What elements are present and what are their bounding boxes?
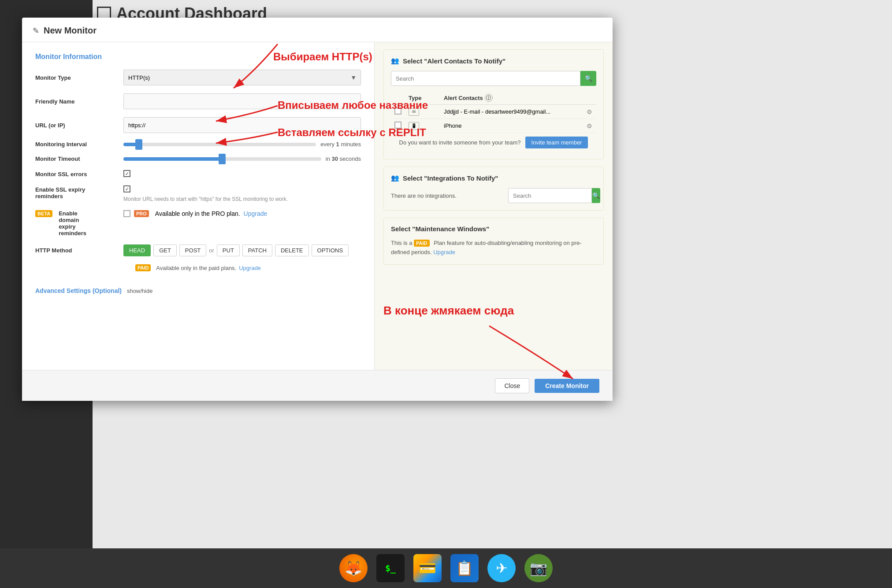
- contact-type-icon-2: 📱: [409, 122, 419, 130]
- ssl-errors-label: Monitor SSL errors: [35, 170, 123, 178]
- maintenance-title: Select "Maintenance Windows": [391, 225, 596, 233]
- modal: ✎ New Monitor Monitor Information Monito…: [22, 18, 613, 401]
- create-monitor-button[interactable]: Create Monitor: [535, 379, 599, 393]
- modal-header: ✎ New Monitor: [22, 18, 613, 42]
- modal-body: Monitor Information Monitor Type HTTP(s)…: [22, 42, 613, 370]
- no-integrations-container: There are no integrations. 🔍: [391, 188, 596, 203]
- domain-expiry-checkbox[interactable]: [123, 210, 130, 217]
- close-button[interactable]: Close: [495, 378, 529, 393]
- advanced-settings-title: Advanced Settings (Optional): [35, 287, 122, 294]
- ssl-errors-checkbox[interactable]: [123, 170, 130, 177]
- maintenance-description: This is a PAID Plan feature for auto-dis…: [391, 239, 596, 257]
- ssl-expiry-checkbox[interactable]: [123, 185, 130, 192]
- advanced-settings-section: Advanced Settings (Optional) show/hide: [35, 280, 361, 294]
- monitor-timeout-label: Monitor Timeout: [35, 155, 123, 162]
- table-row: ✉ Jddjjd - E-mail - desartweer9499@gmail…: [391, 105, 596, 119]
- integrations-search-input[interactable]: [508, 188, 592, 203]
- contact-name-1: Jddjjd - E-mail - desartweer9499@gmail..…: [440, 105, 583, 119]
- contact-name-2: iPhone: [440, 119, 583, 133]
- monitoring-interval-value-label: every 1 minutes: [320, 141, 361, 148]
- col-type-header: Type: [405, 91, 440, 105]
- contact-checkbox-1[interactable]: [394, 107, 401, 115]
- monitor-timeout-fill: [123, 157, 222, 161]
- taskbar-terminal-icon[interactable]: $_: [376, 554, 405, 582]
- maintenance-upgrade-link[interactable]: Upgrade: [433, 249, 455, 255]
- pro-upgrade-link[interactable]: Upgrade: [244, 210, 268, 217]
- col-alert-header: Alert Contacts ⓘ: [440, 91, 583, 105]
- paid-text: Available only in the paid plans.: [156, 265, 236, 271]
- beta-badge: BETA: [35, 210, 52, 217]
- method-patch-button[interactable]: PATCH: [242, 244, 272, 256]
- paid-notice-row: PAID Available only in the paid plans. U…: [35, 264, 361, 271]
- alert-contacts-title: 👥 Select "Alert Contacts To Notify": [391, 57, 596, 65]
- integrations-search-button[interactable]: 🔍: [592, 188, 600, 203]
- method-head-button[interactable]: HEAD: [123, 244, 151, 256]
- http-method-buttons: HEAD GET POST or PUT PATCH DELETE OPTION…: [123, 244, 349, 256]
- modal-footer: Close Create Monitor: [22, 370, 613, 401]
- monitor-icon: ✎: [33, 26, 39, 36]
- no-integrations-text: There are no integrations.: [391, 192, 457, 199]
- method-get-button[interactable]: GET: [153, 244, 177, 256]
- contact-checkbox-2[interactable]: [394, 122, 401, 129]
- method-post-button[interactable]: POST: [179, 244, 206, 256]
- taskbar: 🦊 $_ 💳 📋 ✈ 📷: [0, 548, 892, 588]
- contacts-table: Type Alert Contacts ⓘ: [391, 91, 596, 133]
- method-options-button[interactable]: OPTIONS: [312, 244, 349, 256]
- http-method-label: HTTP Method: [35, 247, 123, 254]
- monitor-type-select[interactable]: HTTP(s) Keyword Ping Port Heartbeat: [123, 70, 361, 85]
- show-hide-link[interactable]: show/hide: [127, 288, 153, 294]
- left-panel: Monitor Information Monitor Type HTTP(s)…: [22, 42, 375, 370]
- alert-contacts-icon: 👥: [391, 57, 399, 65]
- col-info-icon[interactable]: ⓘ: [485, 94, 493, 102]
- monitoring-interval-thumb[interactable]: [135, 139, 142, 150]
- monitoring-interval-slider-container: every 1 minutes: [123, 141, 361, 148]
- contact-settings-icon-1[interactable]: ⚙: [587, 108, 592, 115]
- taskbar-camera-icon[interactable]: 📷: [524, 554, 553, 582]
- url-input[interactable]: [123, 117, 361, 133]
- alert-contacts-search-bar: 🔍: [391, 71, 596, 86]
- taskbar-notes-icon[interactable]: 📋: [450, 554, 479, 582]
- alert-contacts-search-input[interactable]: [391, 71, 580, 86]
- friendly-name-input[interactable]: [123, 93, 361, 109]
- integrations-section: 👥 Select "Integrations To Notify" There …: [383, 166, 604, 211]
- paid-upgrade-link[interactable]: Upgrade: [239, 265, 261, 271]
- monitor-timeout-value-label: in 30 seconds: [326, 155, 361, 162]
- right-panel: 👥 Select "Alert Contacts To Notify" 🔍 Ty…: [375, 42, 613, 370]
- monitor-timeout-thumb[interactable]: [219, 154, 226, 164]
- monitor-timeout-track: [123, 157, 321, 161]
- pro-text: Available only in the PRO plan.: [155, 210, 240, 217]
- table-row: 📱 iPhone ⚙: [391, 119, 596, 133]
- monitor-type-label: Monitor Type: [35, 74, 123, 81]
- contact-settings-icon-2[interactable]: ⚙: [587, 122, 592, 129]
- taskbar-firefox-icon[interactable]: 🦊: [339, 554, 368, 582]
- ssl-errors-row: Monitor SSL errors: [35, 170, 361, 178]
- taskbar-wallet-icon[interactable]: 💳: [413, 554, 442, 582]
- domain-expiry-row: BETA Enable domain expiry reminders PRO …: [35, 210, 361, 237]
- method-delete-button[interactable]: DELETE: [275, 244, 309, 256]
- ssl-expiry-hint: Monitor URL needs to start with "https" …: [123, 196, 288, 202]
- monitor-timeout-slider-container: in 30 seconds: [123, 155, 361, 162]
- alert-contacts-section: 👥 Select "Alert Contacts To Notify" 🔍 Ty…: [383, 49, 604, 159]
- ssl-expiry-row: Enable SSL expiry reminders Monitor URL …: [35, 185, 361, 202]
- pro-badge: PRO: [134, 210, 149, 217]
- contact-type-icon-1: ✉: [409, 108, 419, 116]
- url-row: URL (or IP): [35, 117, 361, 133]
- url-label: URL (or IP): [35, 122, 123, 129]
- monitoring-interval-row: Monitoring Interval every 1 minutes: [35, 141, 361, 148]
- ssl-expiry-label: Enable SSL expiry reminders: [35, 185, 123, 200]
- monitor-timeout-row: Monitor Timeout in 30 seconds: [35, 155, 361, 162]
- maintenance-section: Select "Maintenance Windows" This is a P…: [383, 218, 604, 265]
- invite-team-member-button[interactable]: Invite team member: [525, 137, 588, 148]
- modal-title: New Monitor: [44, 26, 97, 36]
- taskbar-telegram-icon[interactable]: ✈: [487, 554, 516, 582]
- method-put-button[interactable]: PUT: [217, 244, 240, 256]
- maintenance-paid-badge: PAID: [414, 240, 429, 247]
- paid-badge: PAID: [135, 264, 151, 271]
- integrations-search-bar: 🔍: [508, 188, 596, 203]
- integrations-title: 👥 Select "Integrations To Notify": [391, 174, 596, 182]
- integrations-icon: 👥: [391, 174, 399, 182]
- http-method-row: HTTP Method HEAD GET POST or PUT PATCH D…: [35, 244, 361, 256]
- alert-contacts-search-button[interactable]: 🔍: [580, 71, 596, 86]
- domain-expiry-label: Enable domain expiry reminders: [59, 210, 86, 237]
- friendly-name-row: Friendly Name: [35, 93, 361, 109]
